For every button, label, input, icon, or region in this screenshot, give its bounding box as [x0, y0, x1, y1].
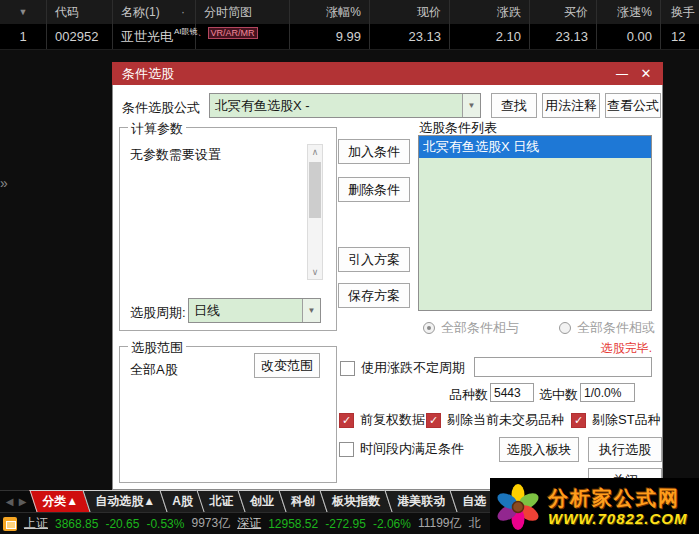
row-buy-price: 23.13	[530, 24, 597, 49]
column-header-code[interactable]: 代码	[47, 0, 113, 24]
table-row[interactable]: 1 002952 亚世光电AI眼镜、VR/AR/MR 9.99 23.13 2.…	[0, 24, 699, 50]
range-value: 全部A股	[130, 361, 178, 379]
change-range-button[interactable]: 改变范围	[254, 353, 320, 378]
filter-caret-icon: ▼	[19, 7, 28, 17]
column-header-buy[interactable]: 买价	[530, 0, 597, 24]
flag-icon: 、	[198, 26, 207, 39]
sh-index-change: -20.65	[105, 517, 139, 531]
row-code: 002952	[47, 24, 113, 49]
run-selection-button[interactable]: 执行选股	[588, 437, 662, 462]
chevron-down-icon[interactable]: ▼	[302, 299, 320, 322]
tab-block-index[interactable]: 板块指数	[320, 490, 393, 512]
checkbox-unchecked-icon[interactable]	[340, 361, 355, 376]
params-scrollbar[interactable]: ∧ ∨	[307, 144, 323, 280]
species-count-label: 品种数	[449, 386, 488, 404]
sh-index-pct: -0.53%	[146, 517, 184, 531]
sz-index-value: 12958.52	[268, 517, 318, 531]
close-icon[interactable]: ✕	[635, 62, 657, 85]
checkbox-checked-icon[interactable]: ✓	[339, 413, 354, 428]
updown-period-field[interactable]	[474, 357, 652, 377]
tabs: 分类▲ 自动选股▲ A股 北证 创业 科创 板块指数 港美联动 自选 板	[34, 490, 524, 512]
radio-all-or[interactable]: 全部条件相或	[559, 319, 655, 337]
tab-hk-us[interactable]: 港美联动	[385, 490, 458, 512]
calc-params-group: 计算参数 无参数需要设置 ∧ ∨ 选股周期: 日线 ▼	[119, 127, 337, 331]
add-condition-button[interactable]: 加入条件	[338, 139, 410, 164]
row-seq: 1	[0, 24, 47, 49]
find-button[interactable]: 查找	[491, 93, 537, 118]
checkbox-exclude-st[interactable]: ✓ 剔除ST品种	[571, 411, 661, 429]
stock-range-group: 选股范围 全部A股 改变范围	[119, 346, 337, 483]
name-tag-sup: AI眼镜	[174, 26, 198, 37]
concept-tag: VR/AR/MR	[208, 27, 258, 39]
checkbox-checked-icon[interactable]: ✓	[426, 413, 441, 428]
checkbox-forward-adjusted[interactable]: ✓ 前复权数据	[339, 411, 425, 429]
calc-params-legend: 计算参数	[128, 120, 186, 138]
import-plan-button[interactable]: 引入方案	[338, 247, 410, 272]
column-header-price[interactable]: 现价	[370, 0, 450, 24]
scroll-up-icon[interactable]: ∧	[308, 145, 322, 159]
dialog-titlebar[interactable]: 条件选股 — ✕	[112, 62, 663, 85]
formula-value: 北冥有鱼选股X -	[215, 97, 310, 115]
checkbox-time-range[interactable]: 时间段内满足条件	[339, 440, 464, 458]
minimize-button[interactable]: —	[611, 62, 633, 85]
sz-index-amount: 11199亿	[418, 515, 462, 532]
condition-listbox[interactable]: 北冥有鱼选股X 日线	[418, 135, 652, 311]
row-change: 2.10	[450, 24, 530, 49]
column-header-change-pct[interactable]: 涨幅%	[290, 0, 370, 24]
quote-table-header: ▼ 代码 名称(1)· 分时简图 涨幅% 现价 涨跌 买价 涨速% 换手	[0, 0, 699, 24]
filter-column-header[interactable]: ▼	[0, 0, 47, 24]
chevron-down-icon[interactable]: ▼	[462, 94, 480, 117]
column-header-minichart[interactable]: 分时简图	[196, 0, 290, 24]
row-name: 亚世光电AI眼镜、VR/AR/MR	[113, 24, 196, 49]
status-window-icon[interactable]	[3, 517, 17, 531]
radio-all-and[interactable]: 全部条件相与	[423, 319, 519, 337]
tab-scroll-arrows: ◀ ▶	[0, 490, 32, 512]
column-header-change[interactable]: 涨跌	[450, 0, 530, 24]
tab-prev-icon[interactable]: ◀	[3, 496, 16, 507]
selected-count-field[interactable]: 1/0.0%	[580, 383, 635, 402]
scrollbar-thumb[interactable]	[309, 162, 321, 218]
row-price: 23.13	[370, 24, 450, 49]
watermark-logo: 分析家公式网 WWW.70822.COM	[490, 478, 699, 534]
usage-note-button[interactable]: 用法注释	[542, 93, 600, 118]
sh-index-label[interactable]: 上证	[24, 515, 48, 532]
tab-classify[interactable]: 分类▲	[29, 490, 90, 512]
checkbox-updown-period[interactable]: 使用涨跌不定周期	[340, 359, 465, 377]
column-header-turnover[interactable]: 换手	[661, 0, 699, 24]
row-speed: 0.00	[597, 24, 661, 49]
logo-title: 分析家公式网	[548, 485, 680, 512]
formula-label: 条件选股公式	[122, 99, 200, 117]
condition-list-item-selected[interactable]: 北冥有鱼选股X 日线	[419, 136, 651, 158]
checkbox-exclude-untradable[interactable]: ✓ 剔除当前未交易品种	[426, 411, 564, 429]
selection-done-text: 选股完毕.	[513, 340, 652, 357]
save-plan-button[interactable]: 保存方案	[338, 283, 410, 308]
species-count-field[interactable]: 5443	[490, 383, 534, 402]
condition-stock-picker-dialog: 条件选股 — ✕ 条件选股公式 北冥有鱼选股X - ▼ 查找 用法注释 查看公式…	[112, 62, 663, 490]
period-combobox[interactable]: 日线 ▼	[188, 298, 321, 323]
tab-auto-select[interactable]: 自动选股▲	[82, 490, 167, 512]
tab-next-icon[interactable]: ▶	[16, 496, 29, 507]
checkbox-unchecked-icon[interactable]	[339, 442, 354, 457]
checkbox-checked-icon[interactable]: ✓	[571, 413, 586, 428]
delete-condition-button[interactable]: 删除条件	[338, 177, 410, 202]
column-header-speed[interactable]: 涨速%	[597, 0, 661, 24]
scroll-down-icon[interactable]: ∨	[308, 265, 322, 279]
period-label: 选股周期:	[130, 304, 186, 322]
formula-combobox[interactable]: 北冥有鱼选股X - ▼	[209, 93, 481, 118]
sz-index-label[interactable]: 深证	[237, 515, 261, 532]
column-header-name[interactable]: 名称(1)·	[113, 0, 196, 24]
sort-dot-icon: ·	[181, 5, 187, 19]
sz-index-pct: -2.06%	[373, 517, 411, 531]
select-into-block-button[interactable]: 选股入板块	[499, 437, 579, 462]
sz-index-change: -272.95	[325, 517, 366, 531]
selected-count-label: 选中数	[539, 386, 578, 404]
radio-icon	[559, 322, 571, 334]
stock-range-legend: 选股范围	[128, 339, 186, 357]
view-formula-button[interactable]: 查看公式	[605, 93, 661, 118]
flower-logo-icon	[494, 482, 542, 530]
sh-index-value: 3868.85	[55, 517, 98, 531]
logo-url: WWW.70822.COM	[548, 510, 687, 527]
sh-index-amount: 9973亿	[191, 515, 230, 532]
panel-collapse-icon[interactable]: »	[0, 175, 8, 191]
radio-selected-icon	[423, 322, 435, 334]
